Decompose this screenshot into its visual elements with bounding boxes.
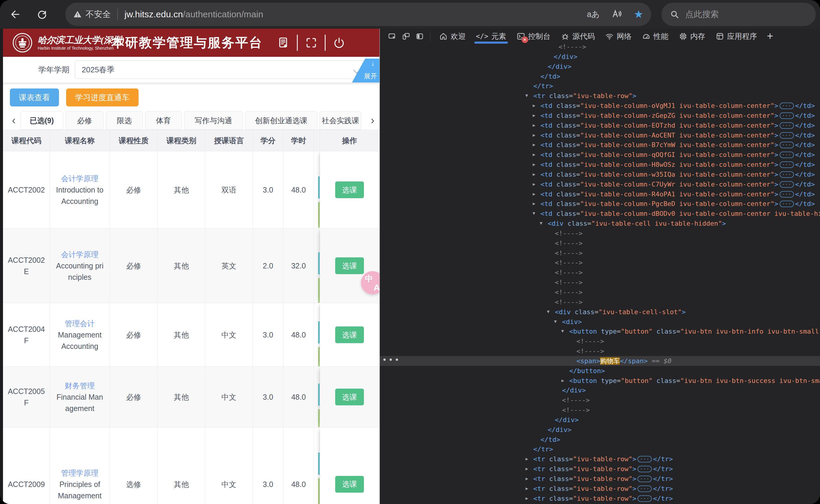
hidden-children-badge[interactable]: ··· xyxy=(780,112,794,119)
dom-tree-node[interactable]: </td> xyxy=(380,71,820,81)
expand-arrow-open-icon[interactable]: ▶ xyxy=(551,320,560,323)
dock-side-icon[interactable] xyxy=(413,30,426,43)
dom-tree-node[interactable]: ▶<td class="ivu-table-column-dBODv0 ivu-… xyxy=(380,209,820,219)
dom-tree-node[interactable]: ▶<td class="ivu-table-column-oVgMJ1 ivu-… xyxy=(380,101,820,111)
select-course-button[interactable]: 选课 xyxy=(335,476,364,493)
dom-tree-node[interactable]: ▶<tr class="ivu-table-row">···</tr> xyxy=(380,454,820,464)
expand-arrow-closed-icon[interactable]: ▶ xyxy=(533,101,535,111)
dom-tree-node[interactable]: ▶<td class="ivu-table-column-PgcBeD ivu-… xyxy=(380,199,820,209)
hidden-children-badge[interactable]: ··· xyxy=(780,103,794,109)
hidden-children-badge[interactable]: ··· xyxy=(780,132,794,139)
expand-arrow-open-icon[interactable]: ▶ xyxy=(529,212,539,215)
device-toolbar-icon[interactable] xyxy=(399,30,413,43)
back-icon[interactable] xyxy=(7,6,24,23)
expand-arrow-closed-icon[interactable]: ▶ xyxy=(525,484,528,494)
devtools-tab-应用程序[interactable]: 应用程序 xyxy=(711,29,762,44)
expand-arrow-closed-icon[interactable]: ▶ xyxy=(533,130,535,140)
expand-arrow-closed-icon[interactable]: ▶ xyxy=(561,376,564,386)
dom-tree-node[interactable]: ▶<td class="ivu-table-column-EOTzhd ivu-… xyxy=(380,120,820,130)
select-course-button[interactable]: 选课 xyxy=(335,181,364,198)
expand-arrow-closed-icon[interactable]: ▶ xyxy=(525,454,528,464)
hidden-children-badge[interactable]: ··· xyxy=(780,191,794,198)
dom-tree-node[interactable]: </div> xyxy=(380,52,820,62)
devtools-tab-源代码[interactable]: 源代码 xyxy=(556,29,600,44)
hidden-children-badge[interactable]: ··· xyxy=(638,495,652,502)
dom-tree-node[interactable]: ▶<tr class="ivu-table-row">···</tr> xyxy=(380,464,820,474)
expand-arrow-closed-icon[interactable]: ▶ xyxy=(525,474,528,484)
dom-tree-node[interactable]: <!----> xyxy=(380,395,820,405)
course-name-link[interactable]: 财务管理 xyxy=(65,380,95,391)
dom-tree-node[interactable]: ▶<td class="ivu-table-column-AoCENT ivu-… xyxy=(380,130,820,140)
dom-tree-node[interactable]: <!----> xyxy=(380,268,820,277)
dom-tree-node[interactable]: </div> xyxy=(380,62,820,71)
dom-tree-node[interactable]: ▶<tr class="ivu-table-row">···</tr> xyxy=(380,494,820,503)
dom-tree-node[interactable]: <!----> xyxy=(380,258,820,268)
dom-tree-node[interactable]: ▶<td class="ivu-table-column-w35IQa ivu-… xyxy=(380,169,820,179)
action-button[interactable]: 课表查看 xyxy=(10,88,59,106)
expand-arrow-closed-icon[interactable]: ▶ xyxy=(533,150,535,160)
dom-tree-node[interactable]: <!----> xyxy=(380,44,820,52)
dom-tree-node[interactable]: <!----> xyxy=(380,346,820,356)
hidden-children-badge[interactable]: ··· xyxy=(780,152,794,158)
logout-power-icon[interactable] xyxy=(333,36,345,49)
dom-tree-node[interactable]: <!----> xyxy=(380,336,820,346)
expand-arrow-closed-icon[interactable]: ▶ xyxy=(533,120,535,130)
dom-tree-node[interactable]: </div> xyxy=(380,415,820,425)
expand-arrow-open-icon[interactable]: ▶ xyxy=(522,94,532,97)
panel-resize-grip[interactable]: ••• xyxy=(382,356,401,365)
dom-tree-node[interactable]: ▶<div> xyxy=(380,317,820,327)
hidden-children-badge[interactable]: ··· xyxy=(780,181,794,188)
language-tools-icon[interactable]: aあ xyxy=(587,9,600,20)
search-box[interactable]: 点此搜索 xyxy=(662,3,816,26)
expand-arrow-closed-icon[interactable]: ▶ xyxy=(533,199,535,209)
expand-arrow-closed-icon[interactable]: ▶ xyxy=(533,169,535,179)
expand-arrow-open-icon[interactable]: ▶ xyxy=(558,330,568,333)
expand-arrow-closed-icon[interactable]: ▶ xyxy=(525,464,528,474)
more-tabs-icon[interactable]: + xyxy=(762,30,778,42)
devtools-tab-控制台[interactable]: ✕控制台 xyxy=(511,29,556,44)
dom-tree-node[interactable]: ▶<tr class="ivu-table-row">···</tr> xyxy=(380,484,820,494)
dom-tree-node[interactable]: ▶<tr class="ivu-table-row"> xyxy=(380,91,820,101)
dom-tree-node[interactable]: <!----> xyxy=(380,238,820,248)
expand-arrow-closed-icon[interactable]: ▶ xyxy=(533,160,535,169)
dom-tree-node[interactable]: ▶<td class="ivu-table-column-H8wOSz ivu-… xyxy=(380,160,820,169)
dom-tree-node[interactable]: ▶<td class="ivu-table-column-qOQfGI ivu-… xyxy=(380,150,820,160)
hidden-children-badge[interactable]: ··· xyxy=(638,456,652,462)
expand-arrow-open-icon[interactable]: ▶ xyxy=(543,311,553,313)
course-tab[interactable]: 创新创业通选课 xyxy=(245,111,317,130)
course-name-link[interactable]: 会计学原理 xyxy=(61,249,98,260)
dom-tree-node[interactable]: <!----> xyxy=(380,277,820,287)
expand-arrow-closed-icon[interactable]: ▶ xyxy=(533,179,535,189)
dom-tree-node-selected[interactable]: <span>购物车</span> == $0••• xyxy=(380,356,820,366)
read-aloud-icon[interactable] xyxy=(612,9,622,20)
fullscreen-icon[interactable] xyxy=(305,36,318,49)
expand-arrow-closed-icon[interactable]: ▶ xyxy=(525,494,528,503)
dom-tree-node[interactable]: <!----> xyxy=(380,297,820,307)
course-tab[interactable]: 社会实践课 xyxy=(320,111,361,130)
course-tab[interactable]: 已选(9) xyxy=(20,111,63,130)
devtools-tab-欢迎[interactable]: 欢迎 xyxy=(434,29,471,44)
course-name-link[interactable]: 管理会计 xyxy=(65,318,95,329)
favorite-star-icon[interactable]: ★ xyxy=(634,8,644,21)
hidden-children-badge[interactable]: ··· xyxy=(638,485,652,492)
hidden-children-badge[interactable]: ··· xyxy=(638,466,652,472)
select-course-button[interactable]: 选课 xyxy=(335,389,364,405)
dom-tree-node[interactable]: <!----> xyxy=(380,405,820,415)
dom-tree-node[interactable]: </tr> xyxy=(380,444,820,454)
dom-tree-node[interactable]: </div> xyxy=(380,425,820,435)
course-name-link[interactable]: 管理学原理 xyxy=(61,467,98,479)
course-tab[interactable]: 必修 xyxy=(65,111,103,130)
dom-tree-node[interactable]: ▶<div class="ivu-table-cell ivu-table-hi… xyxy=(380,219,820,228)
devtools-tab-网络[interactable]: 网络 xyxy=(600,29,637,44)
hidden-children-badge[interactable]: ··· xyxy=(780,122,794,129)
dom-tree-node[interactable]: ▶<td class="ivu-table-column-C7UyWr ivu-… xyxy=(380,179,820,189)
hidden-children-badge[interactable]: ··· xyxy=(780,171,794,178)
document-report-icon[interactable] xyxy=(277,36,290,49)
dom-tree-node[interactable]: <!----> xyxy=(380,248,820,258)
hidden-children-badge[interactable]: ··· xyxy=(780,161,794,168)
dom-tree-node[interactable]: ▶<button type="button" class="ivu-btn iv… xyxy=(380,326,820,336)
dom-tree-node[interactable]: ▶<td class="ivu-table-column-zGepZG ivu-… xyxy=(380,111,820,120)
course-name-link[interactable]: 会计学原理 xyxy=(61,173,98,184)
dom-tree-node[interactable]: </td> xyxy=(380,435,820,445)
expand-arrow-closed-icon[interactable]: ▶ xyxy=(533,111,535,120)
